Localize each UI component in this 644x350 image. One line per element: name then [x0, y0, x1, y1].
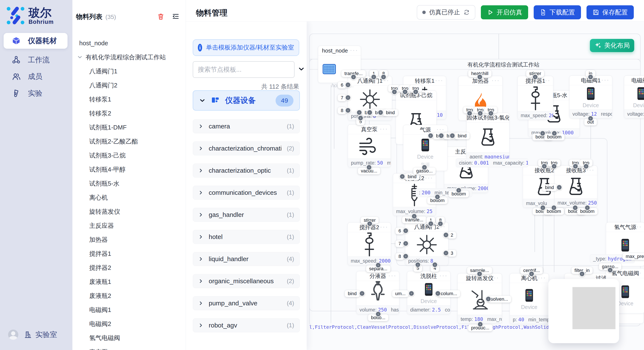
port-handle[interactable]: › — [403, 240, 409, 246]
download-config-button[interactable]: 下载配置 — [534, 5, 581, 19]
template-category-camera[interactable]: camera(1) — [193, 119, 300, 133]
tree-item[interactable]: 废液瓶2 — [72, 289, 186, 303]
canvas-node-气源[interactable]: 气源···Device气源 — [403, 125, 448, 171]
port-handle[interactable]: › — [375, 262, 381, 268]
tree-item[interactable]: 试剂瓶5-水 — [72, 176, 186, 190]
port-handle[interactable]: ‹ — [378, 110, 384, 116]
port-handle[interactable]: › — [392, 89, 398, 95]
node-menu-icon[interactable]: ··· — [380, 125, 388, 133]
port-handle[interactable]: › — [380, 74, 386, 80]
port-handle[interactable]: › — [345, 95, 351, 101]
port-handle[interactable]: › — [403, 228, 409, 234]
port-handle[interactable]: › — [476, 271, 482, 277]
port-handle[interactable]: › — [572, 163, 578, 169]
port-handle[interactable]: › — [367, 221, 373, 227]
port-handle[interactable]: › — [477, 74, 483, 80]
port-handle[interactable]: › — [579, 271, 585, 277]
template-category-communication_devices[interactable]: communication_devices(1) — [193, 186, 300, 200]
template-category-liquid_handler[interactable]: liquid_handler(4) — [193, 252, 300, 266]
tree-item[interactable]: 八通阀门1 — [72, 64, 186, 78]
port-handle[interactable]: ‹ — [443, 232, 449, 238]
search-template-input[interactable] — [193, 61, 294, 78]
port-handle[interactable]: ‹ — [428, 133, 434, 139]
canvas-node-搅拌器1[interactable]: 搅拌器1···max_speed: 2000 — [518, 76, 553, 120]
save-config-button[interactable]: 保存配置 — [586, 5, 634, 19]
port-handle[interactable]: ‹ — [399, 174, 405, 179]
port-handle[interactable]: › — [350, 74, 356, 80]
chevron-down-icon[interactable] — [77, 54, 83, 60]
canvas-node-电磁阀1[interactable]: 电磁阀1···Devicevoltage: 12 response_time: … — [569, 75, 612, 118]
port-handle[interactable]: › — [551, 130, 557, 136]
beautify-layout-button[interactable]: 美化布局 — [590, 39, 634, 52]
node-menu-icon[interactable]: ··· — [491, 273, 499, 282]
tree-item[interactable]: 真空泵 — [72, 345, 186, 350]
canvas-node-电磁阀2[interactable]: 电磁阀2···Devicevoltage: 12 — [624, 75, 644, 118]
port-handle[interactable]: › — [466, 110, 472, 116]
tree-item-root[interactable]: host_node — [72, 36, 186, 50]
port-handle[interactable]: › — [528, 271, 534, 277]
port-handle[interactable]: › — [556, 184, 562, 190]
tree-item[interactable]: 试剂瓶2-乙酸乙酯 — [72, 134, 186, 149]
node-menu-icon[interactable]: ··· — [380, 223, 388, 231]
port-handle[interactable]: › — [345, 82, 351, 88]
node-menu-icon[interactable]: ··· — [435, 76, 444, 85]
sidebar-item-仪器耗材[interactable]: 仪器耗材 — [4, 33, 68, 49]
port-handle[interactable]: ‹ — [435, 291, 441, 296]
port-handle[interactable]: › — [607, 267, 613, 273]
tree-item[interactable]: 主反应器 — [72, 219, 186, 233]
port-handle[interactable]: › — [540, 130, 546, 136]
tree-item[interactable]: 废液瓶1 — [72, 275, 186, 289]
port-handle[interactable]: › — [583, 163, 589, 169]
tree-item-group[interactable]: 有机化学流程综合测试工作站 — [72, 50, 186, 64]
port-handle[interactable]: › — [477, 110, 483, 116]
port-handle[interactable]: ‹ — [367, 110, 373, 116]
tree-item[interactable]: 旋转蒸发仪 — [72, 204, 186, 219]
tree-item[interactable]: 转移泵1 — [72, 92, 186, 106]
tree-item[interactable]: 加热器 — [72, 233, 186, 247]
template-category-characterization_chromatic[interactable]: characterization_chromatic(2) — [193, 141, 300, 156]
node-menu-icon[interactable]: ··· — [426, 91, 434, 99]
port-handle[interactable]: › — [428, 221, 434, 227]
tree-item[interactable]: 电磁阀1 — [72, 303, 186, 317]
sidebar-item-工作流[interactable]: 工作流 — [4, 52, 68, 68]
port-handle[interactable]: › — [588, 116, 594, 121]
template-category-characterization_optic[interactable]: characterization_optic(1) — [193, 164, 300, 177]
port-handle[interactable]: ‹ — [438, 133, 444, 139]
port-handle[interactable]: › — [402, 89, 408, 95]
canvas-node-离心机[interactable]: 离心机···Devicep: 40 min_temp: 4 max_spe — [510, 273, 549, 324]
canvas-node-搅拌器2[interactable]: 搅拌器2···max_speed: 2000 — [348, 222, 391, 265]
port-handle[interactable]: › — [477, 321, 483, 327]
avatar[interactable] — [8, 330, 18, 340]
tree-item[interactable]: 试剂瓶3-己烷 — [72, 149, 186, 163]
port-handle[interactable]: ‹ — [485, 296, 491, 302]
start-simulation-button[interactable]: 开启仿真 — [481, 5, 528, 19]
port-handle[interactable]: › — [413, 89, 419, 95]
port-handle[interactable]: ‹ — [449, 133, 455, 139]
category-instruments[interactable]: 仪器设备 49 — [193, 90, 300, 111]
template-category-pump_and_valve[interactable]: pump_and_valve(4) — [193, 296, 300, 310]
tree-item[interactable]: 试剂瓶4-甲醇 — [72, 163, 186, 176]
port-handle[interactable]: › — [422, 164, 428, 170]
port-handle[interactable]: › — [488, 110, 494, 116]
canvas-node-真空泵[interactable]: 真空泵···pump_rate: 50 max_vacuum: 0.1 — [348, 124, 391, 167]
sidebar-item-实验[interactable]: 实验 — [4, 85, 68, 101]
port-handle[interactable]: › — [403, 253, 409, 259]
canvas-node-固体试剂瓶3-氯化镁[interactable]: 固体试剂瓶3-氯化镁···agent: magnesium_chloride p… — [466, 113, 510, 161]
template-category-gas_handler[interactable]: gas_handler(1) — [193, 208, 300, 222]
template-category-robot_agv[interactable]: robot_agv(1) — [193, 318, 300, 332]
tree-item[interactable]: 电磁阀2 — [72, 317, 186, 331]
node-menu-icon[interactable]: ··· — [492, 76, 500, 85]
port-handle[interactable]: › — [432, 262, 438, 268]
sidebar-item-成员[interactable]: 成员 — [4, 69, 68, 84]
port-handle[interactable]: › — [359, 291, 365, 296]
tree-item[interactable]: 试剂瓶1-DMF — [72, 120, 186, 134]
tree-item[interactable]: 氢气电磁阀 — [72, 331, 186, 345]
tree-item[interactable]: 八通阀门2 — [72, 78, 186, 92]
port-handle[interactable]: › — [411, 213, 417, 219]
node-menu-icon[interactable]: ··· — [538, 273, 546, 282]
trash-icon[interactable] — [157, 13, 164, 20]
tree-item[interactable]: 搅拌器2 — [72, 261, 186, 275]
sim-status-pill[interactable]: 仿真已停止 — [417, 5, 475, 19]
sidebar-item-lab[interactable]: 实验室 — [24, 330, 57, 340]
outdent-icon[interactable] — [172, 13, 179, 20]
